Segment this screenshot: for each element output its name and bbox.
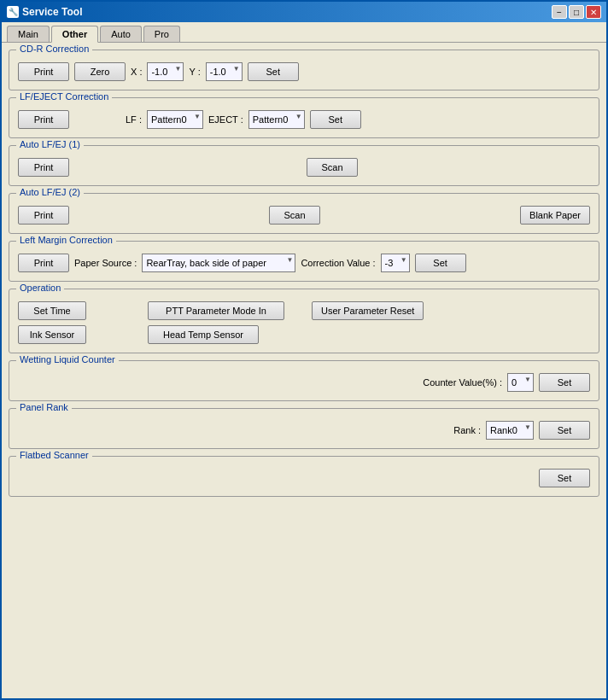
flatbed-row: Set <box>18 469 590 487</box>
cdr-y-dropdown-wrapper: -1.0 <box>206 62 243 81</box>
left-margin-group: Left Margin Correction Print Paper Sourc… <box>9 241 599 282</box>
rank-dropdown[interactable]: Rank0 <box>486 421 534 440</box>
auto-lfej1-group: Auto LF/EJ (1) Print Scan <box>9 145 599 186</box>
lf-set-button[interactable]: Set <box>310 110 361 129</box>
tab-content: CD-R Correction Print Zero X : -1.0 Y : … <box>2 43 606 698</box>
window-title: Service Tool <box>22 6 82 18</box>
close-button[interactable]: ✕ <box>586 5 601 19</box>
minimize-button[interactable]: − <box>552 5 567 19</box>
ptt-button[interactable]: PTT Parameter Mode In <box>148 301 284 320</box>
panel-rank-row: Rank : Rank0 Set <box>18 421 590 440</box>
flatbed-title: Flatbed Scanner <box>16 450 92 460</box>
lf-eject-row: Print LF : Pattern0 EJECT : Pattern0 Set <box>18 110 590 129</box>
cdr-set-button[interactable]: Set <box>248 62 299 81</box>
cdr-correction-group: CD-R Correction Print Zero X : -1.0 Y : … <box>9 50 599 90</box>
app-icon: 🔧 <box>7 6 19 18</box>
tab-main[interactable]: Main <box>7 26 50 42</box>
maximize-button[interactable]: □ <box>569 5 584 19</box>
lm-paper-source-dropdown[interactable]: RearTray, back side of paper <box>142 254 295 272</box>
lf-lf-dropdown[interactable]: Pattern0 <box>147 110 203 129</box>
title-bar-left: 🔧 Service Tool <box>7 6 82 18</box>
lm-set-button[interactable]: Set <box>415 254 466 272</box>
lf-lf-label: LF : <box>126 114 142 125</box>
flatbed-set-button[interactable]: Set <box>539 469 590 487</box>
rank-label: Rank : <box>453 425 481 435</box>
lm-correction-label: Correction Value : <box>301 258 375 268</box>
head-temp-sensor-button[interactable]: Head Temp Sensor <box>148 325 259 344</box>
cdr-print-button[interactable]: Print <box>18 62 69 81</box>
lf-eject-title: LF/EJECT Correction <box>16 91 112 102</box>
auto2-scan-button[interactable]: Scan <box>269 206 320 225</box>
cdr-x-label: X : <box>131 67 142 77</box>
user-param-button[interactable]: User Parameter Reset <box>312 301 424 320</box>
cdr-x-dropdown-wrapper: -1.0 <box>147 62 184 81</box>
counter-dropdown-wrapper: 0 <box>507 373 534 392</box>
wetting-set-button[interactable]: Set <box>539 373 590 392</box>
auto1-print-button[interactable]: Print <box>18 158 69 177</box>
auto2-print-button[interactable]: Print <box>18 206 69 225</box>
cdr-y-dropdown[interactable]: -1.0 <box>206 62 243 81</box>
wetting-liquid-title: Wetting Liquid Counter <box>16 354 119 365</box>
lf-eject-dropdown[interactable]: Pattern0 <box>248 110 305 129</box>
left-margin-row: Print Paper Source : RearTray, back side… <box>18 254 590 272</box>
lm-correction-dropdown-wrapper: -3 <box>381 254 410 272</box>
left-margin-title: Left Margin Correction <box>16 235 116 245</box>
panel-rank-title: Panel Rank <box>16 402 72 412</box>
rank-dropdown-wrapper: Rank0 <box>486 421 534 440</box>
panel-rank-group: Panel Rank Rank : Rank0 Set <box>9 408 599 449</box>
lf-print-button[interactable]: Print <box>18 110 69 129</box>
tab-other[interactable]: Other <box>51 26 98 43</box>
cdr-correction-title: CD-R Correction <box>16 44 92 54</box>
lf-eject-dropdown-wrapper: Pattern0 <box>248 110 305 129</box>
tab-auto[interactable]: Auto <box>100 26 142 42</box>
wetting-liquid-group: Wetting Liquid Counter Counter Value(%) … <box>9 360 599 401</box>
set-time-button[interactable]: Set Time <box>18 301 86 320</box>
operation-title: Operation <box>16 283 64 293</box>
lm-print-button[interactable]: Print <box>18 254 69 272</box>
auto-lfej1-title: Auto LF/EJ (1) <box>16 139 84 149</box>
counter-dropdown[interactable]: 0 <box>507 373 534 392</box>
counter-value-label: Counter Value(%) : <box>423 377 502 388</box>
wetting-liquid-row: Counter Value(%) : 0 Set <box>18 373 590 392</box>
title-bar: 🔧 Service Tool − □ ✕ <box>2 2 606 22</box>
tab-pro[interactable]: Pro <box>143 26 180 42</box>
rank-set-button[interactable]: Set <box>539 421 590 440</box>
lf-lf-dropdown-wrapper: Pattern0 <box>147 110 203 129</box>
lm-correction-dropdown[interactable]: -3 <box>381 254 410 272</box>
auto-lfej2-row: Print Scan Blank Paper <box>18 206 590 225</box>
flatbed-group: Flatbed Scanner Set <box>9 456 599 497</box>
auto-lfej2-title: Auto LF/EJ (2) <box>16 187 84 197</box>
cdr-correction-row: Print Zero X : -1.0 Y : -1.0 Set <box>18 62 590 81</box>
lm-paper-source-label: Paper Source : <box>74 258 137 268</box>
title-buttons: − □ ✕ <box>552 5 601 19</box>
operation-row2: Ink Sensor Head Temp Sensor <box>18 325 590 344</box>
auto-lfej2-group: Auto LF/EJ (2) Print Scan Blank Paper <box>9 193 599 234</box>
auto1-scan-button[interactable]: Scan <box>307 158 358 177</box>
auto2-blank-paper-button[interactable]: Blank Paper <box>520 206 590 225</box>
lf-eject-label: EJECT : <box>208 114 243 125</box>
cdr-zero-button[interactable]: Zero <box>74 62 126 81</box>
operation-row1: Set Time PTT Parameter Mode In User Para… <box>18 301 590 320</box>
auto-lfej1-row: Print Scan <box>18 158 590 177</box>
tab-bar: Main Other Auto Pro <box>2 22 606 43</box>
lm-paper-source-dropdown-wrapper: RearTray, back side of paper <box>142 254 295 272</box>
main-window: 🔧 Service Tool − □ ✕ Main Other Auto Pro… <box>0 0 608 700</box>
operation-group: Operation Set Time PTT Parameter Mode In… <box>9 289 599 353</box>
cdr-x-dropdown[interactable]: -1.0 <box>147 62 184 81</box>
lf-eject-group: LF/EJECT Correction Print LF : Pattern0 … <box>9 97 599 138</box>
cdr-y-label: Y : <box>189 67 200 77</box>
ink-sensor-button[interactable]: Ink Sensor <box>18 325 86 344</box>
